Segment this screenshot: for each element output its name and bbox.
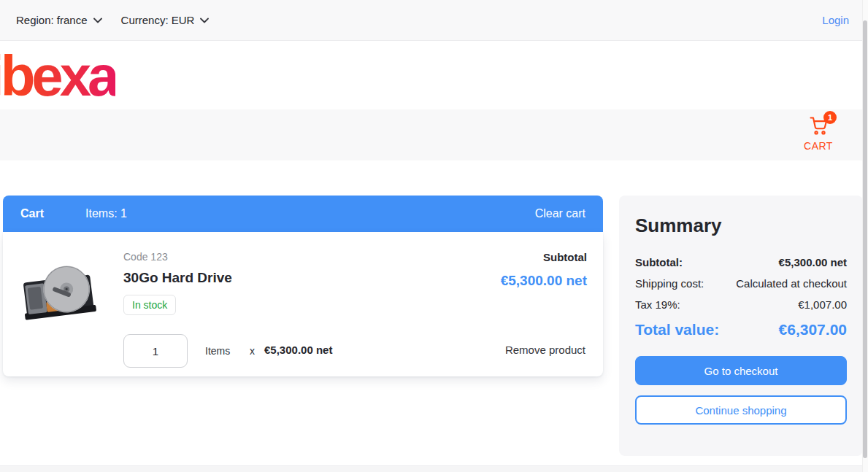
go-to-checkout-button[interactable]: Go to checkout [635,356,847,385]
quantity-input[interactable] [123,334,188,368]
scrollbar-thumb[interactable] [863,20,867,458]
product-image [16,258,100,325]
summary-shipping-label: Shipping cost: [635,277,704,290]
product-code: Code 123 [123,251,168,263]
summary-total-value: €6,307.00 [779,321,847,338]
summary-shipping-value: Calculated at checkout [736,277,847,290]
line-subtotal-label: Subtotal [543,251,587,263]
summary-title: Summary [635,214,847,237]
cart-count-badge: 1 [823,111,837,124]
multiply-label: x [250,345,255,357]
footer-strip [0,465,862,472]
login-link[interactable]: Login [822,14,849,26]
region-selector-label: Region: france [16,14,88,26]
cart-item-row: Code 123 30Go Hard Drive In stock Subtot… [3,232,603,376]
logo-row: ibexa [0,42,862,109]
unit-price: €5,300.00 net [264,344,332,356]
cart-title: Cart [20,207,44,220]
summary-panel: Summary Subtotal: €5,300.00 net Shipping… [619,196,863,456]
cart-page: Region: france Currency: EUR Login ibexa… [0,0,868,472]
cart-widget[interactable]: 1 CART [795,115,842,152]
region-selector[interactable]: Region: france [16,14,102,26]
remove-product-button[interactable]: Remove product [505,344,585,356]
clear-cart-button[interactable]: Clear cart [535,207,585,220]
currency-selector[interactable]: Currency: EUR [121,14,210,26]
currency-selector-label: Currency: EUR [121,14,195,26]
summary-tax-label: Tax 19%: [635,298,680,311]
page-scrollbar[interactable] [862,0,868,472]
summary-row-total: Total value: €6,307.00 [635,321,847,338]
line-subtotal-value: €5,300.00 net [501,273,587,289]
summary-total-label: Total value: [635,321,719,338]
continue-shopping-button[interactable]: Continue shopping [635,395,847,425]
summary-tax-value: €1,007.00 [798,298,847,311]
product-name[interactable]: 30Go Hard Drive [123,270,232,286]
top-bar: Region: france Currency: EUR Login [0,0,862,41]
summary-subtotal-value: €5,300.00 net [779,256,847,268]
stock-status-badge: In stock [123,295,176,315]
cart-panel: Cart Items: 1 Clear cart [3,196,603,376]
summary-row-tax: Tax 19%: €1,007.00 [635,298,847,311]
cart-header: Cart Items: 1 Clear cart [3,196,603,232]
cart-strip: 1 CART [0,109,862,160]
chevron-down-icon [93,18,102,23]
quantity-items-label: Items [205,345,230,357]
cart-widget-label: CART [795,140,842,152]
ibexa-logo[interactable]: ibexa [0,43,115,109]
summary-row-subtotal: Subtotal: €5,300.00 net [635,256,847,268]
summary-subtotal-label: Subtotal: [635,256,683,268]
summary-row-shipping: Shipping cost: Calculated at checkout [635,277,847,290]
chevron-down-icon [200,18,209,23]
cart-items-count: Items: 1 [85,207,127,220]
